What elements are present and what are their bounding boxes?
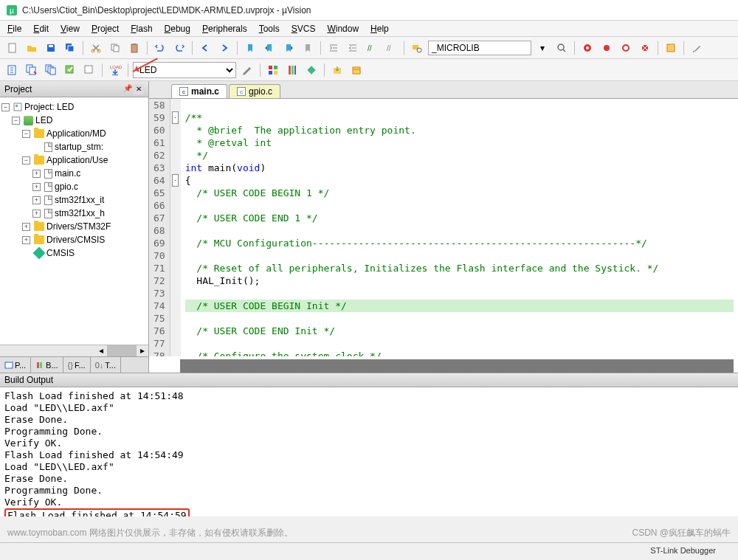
file-tabs: cmain.ccgpio.c bbox=[149, 81, 738, 99]
rebuild-icon[interactable] bbox=[43, 62, 59, 78]
nav-fwd-icon[interactable] bbox=[216, 40, 232, 56]
svg-point-21 bbox=[623, 45, 629, 51]
tree-file[interactable]: +stm32f1xx_it bbox=[1, 193, 147, 207]
code-editor[interactable]: 5859606162636465666768697071727374757677… bbox=[149, 99, 738, 356]
find-dropdown-icon[interactable]: ▾ bbox=[534, 40, 551, 56]
window-title: C:\Users\Ctiot_Bin\Desktop\project\LED\M… bbox=[22, 5, 311, 15]
translate-icon[interactable] bbox=[4, 62, 21, 78]
build-output-header: Build Output bbox=[0, 373, 738, 387]
svg-rect-32 bbox=[85, 66, 92, 73]
app-icon: µ bbox=[6, 4, 18, 16]
menu-peripherals[interactable]: Peripherals bbox=[198, 22, 252, 35]
breakpoint-insert-icon[interactable] bbox=[599, 40, 615, 56]
bookmark-next-icon[interactable] bbox=[280, 40, 297, 56]
window-icon[interactable] bbox=[663, 40, 679, 56]
bookmark-icon[interactable] bbox=[242, 40, 258, 56]
title-bar: µ C:\Users\Ctiot_Bin\Desktop\project\LED… bbox=[0, 0, 738, 21]
svg-rect-10 bbox=[114, 46, 119, 52]
menu-edit[interactable]: Edit bbox=[29, 22, 53, 35]
menu-window[interactable]: Window bbox=[323, 22, 363, 35]
svg-rect-30 bbox=[50, 68, 55, 75]
editor-area: cmain.ccgpio.c 5859606162636465666768697… bbox=[149, 81, 738, 373]
toolbar-main: // // ▾ bbox=[0, 37, 738, 59]
manage-proj-icon[interactable] bbox=[265, 62, 281, 78]
find-icon[interactable] bbox=[554, 40, 570, 56]
options-icon[interactable] bbox=[239, 62, 255, 78]
panel-tab-1[interactable]: B... bbox=[31, 357, 63, 373]
breakpoint-disable-icon[interactable] bbox=[618, 40, 634, 56]
watermark-left: www.toymoban.com 网络图片仅供展示，非存储，如有侵权请联系删除。 bbox=[7, 527, 293, 539]
open-file-icon[interactable] bbox=[24, 40, 40, 56]
tree-file[interactable]: startup_stm: bbox=[1, 140, 147, 153]
build-icon[interactable] bbox=[24, 62, 40, 78]
file-tab-main.c[interactable]: cmain.c bbox=[171, 84, 227, 98]
nav-back-icon[interactable] bbox=[197, 40, 213, 56]
panel-tab-3[interactable]: 0↓T... bbox=[91, 357, 121, 373]
debug-icon[interactable] bbox=[579, 40, 596, 56]
save-all-icon[interactable] bbox=[62, 40, 78, 56]
tree-cmsis[interactable]: CMSIS bbox=[1, 246, 147, 260]
svg-text:LOAD: LOAD bbox=[110, 65, 122, 69]
project-tree[interactable]: −Project: LED−LED−Application/MDstartup_… bbox=[0, 97, 148, 345]
tree-file[interactable]: +stm32f1xx_h bbox=[1, 207, 147, 220]
menu-flash[interactable]: Flash bbox=[126, 22, 156, 35]
svg-rect-44 bbox=[353, 67, 360, 74]
file-tab-gpio.c[interactable]: cgpio.c bbox=[229, 84, 280, 98]
manage-books-icon[interactable] bbox=[284, 62, 300, 78]
panel-tab-0[interactable]: P... bbox=[0, 357, 31, 373]
menu-file[interactable]: File bbox=[3, 22, 26, 35]
svg-rect-47 bbox=[5, 362, 13, 368]
svg-point-19 bbox=[586, 46, 589, 49]
find-input[interactable] bbox=[428, 41, 531, 55]
download-icon[interactable]: LOAD bbox=[107, 62, 123, 78]
tree-group[interactable]: +Drivers/CMSIS bbox=[1, 233, 147, 246]
new-file-icon[interactable] bbox=[4, 40, 21, 56]
save-icon[interactable] bbox=[43, 40, 59, 56]
pin-icon[interactable]: 📌 bbox=[123, 84, 132, 94]
menu-tools[interactable]: Tools bbox=[255, 22, 284, 35]
batch-build-icon[interactable] bbox=[62, 62, 78, 78]
tree-target[interactable]: −LED bbox=[1, 114, 147, 127]
menu-svcs[interactable]: SVCS bbox=[287, 22, 320, 35]
tree-file[interactable]: +gpio.c bbox=[1, 180, 147, 193]
stop-build-icon[interactable] bbox=[81, 62, 97, 78]
paste-icon[interactable] bbox=[126, 40, 142, 56]
menu-debug[interactable]: Debug bbox=[160, 22, 195, 35]
toolbar-build: LOAD LED bbox=[0, 59, 738, 81]
menu-view[interactable]: View bbox=[56, 22, 84, 35]
svg-rect-2 bbox=[9, 44, 15, 52]
copy-icon[interactable] bbox=[107, 40, 123, 56]
pack-install-icon[interactable] bbox=[329, 62, 345, 78]
horizontal-scrollbar[interactable] bbox=[180, 359, 734, 373]
tree-group[interactable]: −Application/MD bbox=[1, 127, 147, 140]
breakpoint-kill-icon[interactable] bbox=[637, 40, 653, 56]
bookmark-clear-icon[interactable] bbox=[300, 40, 316, 56]
svg-point-17 bbox=[558, 44, 564, 50]
pack-icon[interactable] bbox=[348, 62, 365, 78]
menu-bar: FileEditViewProjectFlashDebugPeripherals… bbox=[0, 21, 738, 37]
tree-project-root[interactable]: −Project: LED bbox=[1, 100, 147, 114]
svg-rect-46 bbox=[15, 105, 18, 107]
indent-icon[interactable] bbox=[325, 40, 342, 56]
menu-help[interactable]: Help bbox=[366, 22, 393, 35]
comment-icon[interactable]: // bbox=[364, 40, 380, 56]
tree-group[interactable]: +Drivers/STM32F bbox=[1, 220, 147, 233]
svg-rect-38 bbox=[274, 71, 277, 75]
outdent-icon[interactable] bbox=[345, 40, 361, 56]
find-proj-icon[interactable] bbox=[409, 40, 425, 56]
build-output-text[interactable]: Flash Load finished at 14:51:48 Load "LE… bbox=[0, 387, 738, 516]
panel-tab-2[interactable]: {}F... bbox=[63, 357, 91, 373]
tree-group[interactable]: −Application/Use bbox=[1, 153, 147, 167]
tree-file[interactable]: +main.c bbox=[1, 167, 147, 180]
uncomment-icon[interactable]: // bbox=[383, 40, 399, 56]
redo-icon[interactable] bbox=[171, 40, 187, 56]
config-icon[interactable] bbox=[689, 40, 705, 56]
manage-rtenv-icon[interactable] bbox=[303, 62, 320, 78]
target-select[interactable]: LED bbox=[133, 62, 236, 78]
cut-icon[interactable] bbox=[88, 40, 104, 56]
menu-project[interactable]: Project bbox=[87, 22, 123, 35]
bookmark-prev-icon[interactable] bbox=[261, 40, 277, 56]
undo-icon[interactable] bbox=[152, 40, 168, 56]
close-panel-icon[interactable]: ✕ bbox=[134, 84, 144, 94]
svg-rect-41 bbox=[294, 66, 296, 75]
